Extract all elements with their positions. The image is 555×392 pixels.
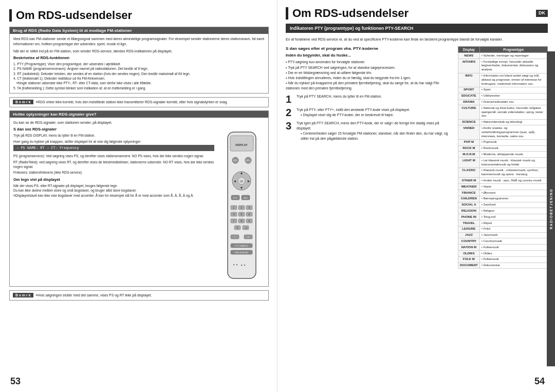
step2-block: 2 Tryk på PTY- eller PTY+, indtil den øn…: [286, 107, 453, 118]
pty-display-cell: NEWS: [458, 53, 480, 59]
svg-text:SRC: SRC: [243, 197, 248, 199]
pty-prog-cell: • Nyheder, meninger og reportager: [479, 53, 547, 59]
pty-prog-cell: • Andre snakke- og underholdningsprogram…: [479, 125, 547, 139]
step1-num: 1: [286, 94, 294, 104]
pty-display-cell: SPORT: [458, 87, 480, 93]
svg-text:▼: ▼: [239, 186, 243, 190]
pty-display-cell: DOCUMENT: [458, 263, 480, 269]
svg-text:8: 8: [240, 219, 242, 222]
pty-display-cell: TRAVEL: [458, 220, 480, 227]
table-row: PHONE IN• 'Ring-ind': [458, 214, 548, 220]
pty-heading: S dan søges efter et program vha. PTY-ko…: [286, 46, 453, 51]
right-title-text: Om RDS-udsendelser: [292, 7, 409, 20]
table-row: ROCK M• Rockmusik: [458, 145, 548, 152]
remote-illustration: DISPLAY PTY- PTY+ OK ▲ ▼ ◄ ►: [220, 129, 264, 284]
pty-prog-cell: • Popmusik: [479, 139, 547, 145]
pty-display-cell: VARIED: [458, 125, 480, 139]
pty-display-cell: RELIGION: [458, 208, 480, 214]
before-item-2: Der er en tidsbegrænsning ved at udføre …: [286, 70, 453, 76]
page-right: Om RDS-udsendelser DK Indikatoren PTY (p…: [278, 0, 555, 392]
pty-display-cell: LEISURE: [458, 226, 480, 232]
bemrk2-text: ¤Hvis søgningen slutter med det samme, v…: [36, 293, 152, 298]
step3-num: 3: [286, 121, 294, 141]
page-num-right: 54: [534, 376, 545, 387]
table-row: FINANCE• Økonomi: [458, 190, 548, 196]
table-row: SPORT• Sport: [458, 87, 548, 93]
pty-prog-cell: • Vejret: [479, 184, 547, 190]
pty-prog-cell: • Økonomi: [479, 190, 547, 196]
page-left: Om RDS-udsendelser Brug af RDS (Radio Da…: [0, 0, 278, 392]
pty-prog-cell: • Forskellige emner, herunder aktuelle b…: [479, 59, 547, 73]
pty-display-cell: INFO: [458, 73, 480, 87]
pty-table-col: Display Programtype NEWS• Nyheder, menin…: [458, 46, 548, 387]
step3-text: Tryk igen på PTY SEARCH, mens den PTY-ko…: [297, 121, 453, 141]
table-row: VARIED• Andre snakke- og underholdningsp…: [458, 125, 548, 139]
svg-text:PTY+: PTY+: [245, 159, 251, 162]
table-row: LIGHT M• Let klassisk musik - klassisk m…: [458, 158, 548, 168]
bemrk1-label: B e m r k: [13, 100, 33, 104]
svg-text:4: 4: [233, 213, 234, 216]
flow-bar: → PS NAME→ RT → CT→ Frequency: [13, 145, 214, 151]
svg-text:0: 0: [236, 226, 238, 229]
section2-intro: Du kan se de RDS-signaler, som stationen…: [13, 120, 265, 125]
remote-col: DISPLAY PTY- PTY+ OK ▲ ▼ ◄ ►: [218, 127, 265, 284]
table-row: DOCUMENT• Dokumentar: [458, 263, 548, 269]
section1-intro: Med RDS kan FM-stationer sende et tillæg…: [13, 36, 265, 47]
feature-3: 3. RT (radiotekst): Dekoder teksten, der…: [13, 71, 265, 76]
section1-body: Når der er stillet ind på en FM-station,…: [13, 49, 265, 54]
pty-display-cell: WEATHER: [458, 184, 480, 190]
left-title: Om RDS-udsendelser: [9, 9, 269, 22]
pty-table: Display Programtype NEWS• Nyheder, menin…: [458, 46, 548, 269]
pty-prog-cell: • Sport: [479, 87, 547, 93]
table-row: SCIENCE• Naturvidenskab og teknologi: [458, 119, 548, 125]
pty-prog-cell: • Klassisk musik - orkestermusik, symfon…: [479, 167, 547, 178]
table-row: NATION M• Folkemusik: [458, 245, 548, 251]
right-cols: S dan søges efter et program vha. PTY-ko…: [286, 46, 548, 387]
pty-display-cell: POP M: [458, 139, 480, 145]
pty-display-cell: PHONE IN: [458, 214, 480, 220]
pty-display-cell: CHILDREN: [458, 196, 480, 202]
table-row: TRAVEL• Rejser: [458, 220, 548, 227]
pty-prog-cell: • Moderne, afslappende musik.: [479, 152, 547, 158]
pty-prog-cell: • Naturvidenskab og teknologi: [479, 119, 547, 125]
pty-prog-cell: • Religion: [479, 208, 547, 214]
svg-text:RDS DISPLAY: RDS DISPLAY: [234, 251, 248, 254]
before-list: PTY-søgning kun anvendes for forvalgte s…: [286, 60, 453, 91]
step1-text: Tryk på PTY SEARCH, mens du lytter til e…: [297, 94, 453, 104]
display-notes: Når der vises PS- eller RT-signaler på d…: [13, 183, 214, 198]
before-item-1: Tryk på PTY SEARCH ved søgningen, for at…: [286, 65, 453, 70]
svg-text:►: ►: [247, 179, 250, 183]
pty-display-cell: AFFAIRS: [458, 59, 480, 73]
before-heading: Inden du begynder, skal du huske...: [286, 53, 453, 58]
pty-display-cell: M.O.R.M: [458, 152, 480, 158]
right-main: S dan søges efter et program vha. PTY-ko…: [286, 46, 453, 387]
feature-note: ¤Nogle stationer udsender ikke PTY-, RT-…: [13, 81, 265, 85]
disp-note-1: Du kan ikke skelne mellem store og små b…: [13, 188, 214, 193]
before-item-4: Når du trykker på knapperne på den primæ…: [286, 81, 453, 91]
svg-text:+10: +10: [244, 227, 248, 229]
right-intro: En af fordelene ved RDS-service er, at d…: [286, 37, 548, 42]
svg-text:9: 9: [248, 219, 250, 222]
pty-display-cell: NATION M: [458, 245, 480, 251]
table-row: CLASSIC• Klassisk musik - orkestermusik,…: [458, 167, 548, 178]
svg-text:5: 5: [240, 213, 242, 216]
features-title: Beskrivelse af RDS-funktionen: [13, 55, 265, 60]
pty-prog-cell: • Drama/radioseiær osv.: [479, 99, 547, 105]
svg-rect-0: [228, 132, 256, 278]
pty-prog-cell: • Anden musik - jazz, R&B og country mus…: [479, 178, 547, 184]
step1-text: Tryk på RDS DISPLAY, mens du lytter til …: [13, 133, 214, 138]
feature-2: 2. PS NAME (programservicenavn): Angiver…: [13, 66, 265, 71]
step1-block: 1 Tryk på PTY SEARCH, mens du lytter til…: [286, 94, 453, 104]
pty-prog-cell: • 'Ring-ind': [479, 214, 547, 220]
dk-badge: DK: [536, 10, 548, 17]
svg-text:▲: ▲: [239, 171, 243, 175]
svg-text:+: +: [247, 235, 249, 238]
before-item-0: PTY-søgning kun anvendes for forvalgte s…: [286, 60, 453, 65]
table-row: CULTURE• National og lokal kultur, herun…: [458, 105, 548, 119]
pty-display-cell: OLDIES: [458, 251, 480, 257]
pty-display-cell: JAZZ: [458, 232, 480, 238]
pty-display-cell: FINANCE: [458, 190, 480, 196]
feature-5: 5. TA (trafikmelding ): Dette symbol bli…: [13, 86, 265, 90]
svg-text:3: 3: [248, 206, 250, 209]
before-item-3: Hvis indstillingen annulleres, inden du …: [286, 76, 453, 81]
